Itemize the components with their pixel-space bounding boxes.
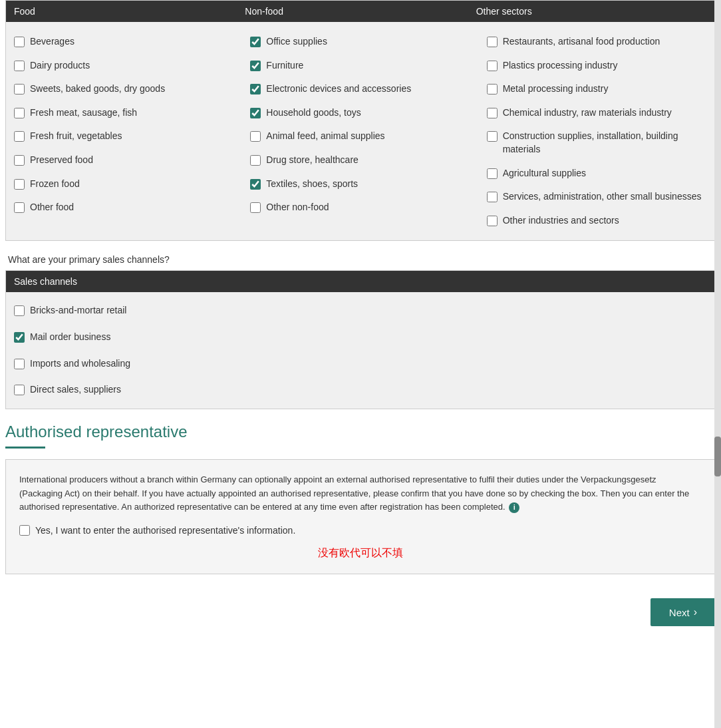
direct-sales-checkbox[interactable] [14,385,25,395]
list-item: Preserved food [14,148,234,172]
dairy-checkbox[interactable] [14,61,25,71]
list-item: Frozen food [14,172,234,196]
nonfood-column-header: Non-food [245,6,476,17]
frozen-label: Frozen food [30,178,80,191]
sales-channels-section: What are your primary sales channels? Sa… [5,254,716,409]
metal-checkbox[interactable] [487,84,498,94]
textiles-checkbox[interactable] [250,179,261,190]
restaurants-checkbox[interactable] [487,37,498,47]
electronic-checkbox[interactable] [250,84,261,94]
drug-store-checkbox[interactable] [250,155,261,166]
chevron-right-icon: › [694,606,697,618]
other-industries-checkbox[interactable] [487,216,498,226]
fresh-meat-checkbox[interactable] [14,108,25,118]
scrollbar-thumb[interactable] [714,437,721,476]
next-button-label: Next [669,607,690,618]
frozen-checkbox[interactable] [14,179,25,190]
info-icon[interactable]: i [509,502,519,513]
animal-feed-checkbox[interactable] [250,131,261,142]
preserved-checkbox[interactable] [14,155,25,166]
other-food-checkbox[interactable] [14,202,25,213]
sales-header: Sales channels [6,271,715,292]
furniture-checkbox[interactable] [250,61,261,71]
auth-description: International producers without a branch… [19,473,702,514]
authorised-representative-section: Authorised representative International … [5,423,716,574]
fresh-fruit-checkbox[interactable] [14,131,25,142]
metal-label: Metal processing industry [503,83,609,96]
office-checkbox[interactable] [250,37,261,47]
direct-sales-label: Direct sales, suppliers [30,383,121,397]
auth-box: International producers without a branch… [5,459,716,574]
household-checkbox[interactable] [250,108,261,118]
list-item: Animal feed, animal supplies [250,124,470,148]
construction-label: Construction supplies, installation, bui… [503,130,707,156]
chemical-checkbox[interactable] [487,108,498,118]
list-item: Furniture [250,54,470,78]
list-item: Chemical industry, raw materials industr… [487,101,707,125]
imports-checkbox[interactable] [14,359,25,369]
list-item: Metal processing industry [487,77,707,101]
chemical-label: Chemical industry, raw materials industr… [503,106,672,120]
list-item: Fresh meat, sausage, fish [14,101,234,125]
sales-question: What are your primary sales channels? [5,254,716,265]
list-item: Household goods, toys [250,101,470,125]
list-item: Imports and wholesaling [14,351,707,377]
fresh-fruit-label: Fresh fruit, vegetables [30,130,122,143]
mail-order-label: Mail order business [30,331,110,344]
list-item: Office supplies [250,30,470,54]
services-checkbox[interactable] [487,192,498,202]
table-header: Food Non-food Other sectors [6,1,715,22]
auth-title-underline [5,447,45,449]
bricks-mortar-checkbox[interactable] [14,305,25,316]
list-item: Restaurants, artisanal food production [487,30,707,54]
list-item: Drug store, healthcare [250,148,470,172]
construction-checkbox[interactable] [487,131,498,142]
auth-checkbox-item: Yes, I want to enter the authorised repr… [19,525,702,536]
dairy-label: Dairy products [30,59,90,73]
list-item: Other non-food [250,196,470,220]
auth-title: Authorised representative [5,423,716,441]
services-label: Services, administration, other small bu… [503,190,702,204]
list-item: Fresh fruit, vegetables [14,124,234,148]
sales-body: Bricks-and-mortar retail Mail order busi… [6,292,715,408]
animal-feed-label: Animal feed, animal supplies [266,130,384,143]
bricks-mortar-label: Bricks-and-mortar retail [30,304,126,317]
food-column: Beverages Dairy products Sweets, baked g… [6,27,242,235]
list-item: Electronic devices and accessories [250,77,470,101]
list-item: Plastics processing industry [487,54,707,78]
list-item: Other industries and sectors [487,209,707,233]
list-item: Construction supplies, installation, bui… [487,124,707,161]
list-item: Sweets, baked goods, dry goods [14,77,234,101]
list-item: Other food [14,196,234,220]
sales-table: Sales channels Bricks-and-mortar retail … [5,270,716,409]
sweets-checkbox[interactable] [14,84,25,94]
list-item: Services, administration, other small bu… [487,185,707,209]
other-nonfood-checkbox[interactable] [250,202,261,213]
agricultural-checkbox[interactable] [487,168,498,179]
beverages-checkbox[interactable] [14,37,25,47]
agricultural-label: Agricultural supplies [503,167,586,180]
nonfood-column: Office supplies Furniture Electronic dev… [242,27,478,235]
industry-table: Food Non-food Other sectors Beverages Da… [5,0,716,241]
textiles-label: Textiles, shoes, sports [266,178,358,191]
auth-rep-label: Yes, I want to enter the authorised repr… [35,525,295,536]
list-item: Textiles, shoes, sports [250,172,470,196]
list-item: Agricultural supplies [487,162,707,186]
list-item: Beverages [14,30,234,54]
next-button[interactable]: Next › [650,598,716,626]
household-label: Household goods, toys [266,106,360,120]
imports-label: Imports and wholesaling [30,357,130,371]
restaurants-label: Restaurants, artisanal food production [503,35,660,49]
preserved-label: Preserved food [30,154,93,167]
fresh-meat-label: Fresh meat, sausage, fish [30,106,137,120]
list-item: Mail order business [14,324,707,351]
sweets-label: Sweets, baked goods, dry goods [30,83,165,96]
mail-order-checkbox[interactable] [14,332,25,343]
auth-rep-checkbox[interactable] [19,525,30,536]
list-item: Bricks-and-mortar retail [14,297,707,324]
list-item: Direct sales, suppliers [14,377,707,403]
electronic-label: Electronic devices and accessories [266,83,411,96]
plastics-checkbox[interactable] [487,61,498,71]
list-item: Dairy products [14,54,234,78]
other-industries-label: Other industries and sectors [503,214,619,228]
